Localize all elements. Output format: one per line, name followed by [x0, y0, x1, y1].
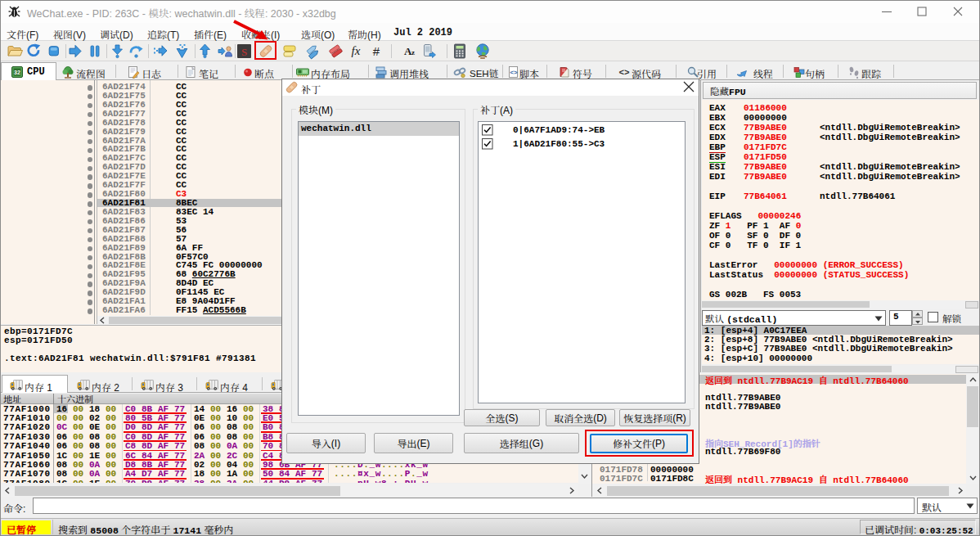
svg-text:<>: <>: [510, 69, 518, 76]
svg-text:S: S: [241, 46, 247, 58]
svg-text:<>: <>: [618, 68, 630, 78]
svg-text:z: z: [411, 48, 415, 56]
svg-text:32: 32: [14, 70, 20, 75]
svg-text:#: #: [373, 44, 380, 58]
svg-text:fx: fx: [352, 44, 361, 57]
